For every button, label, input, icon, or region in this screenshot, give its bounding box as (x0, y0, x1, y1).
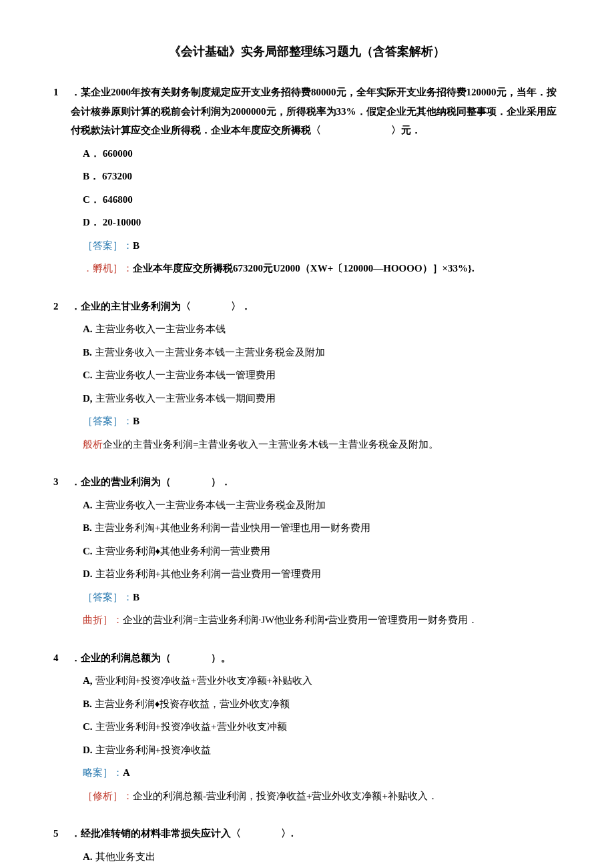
option-label: A. (83, 851, 93, 862)
analysis-text: 企业的营业利润=主营业务利润·JW他业务利润•营业费用一管理费用一财务费用． (123, 614, 478, 625)
question-number: 2 (53, 297, 71, 316)
option: A.主营业务收入一主营业务本钱 (83, 320, 561, 339)
answer-line: ［答案］：B (53, 236, 561, 256)
question-5: 5．经批准转销的材料非常损失应计入〈 〉.A.其他业务支出B.营业外支出 (53, 824, 561, 868)
analysis-text: 企业的主昔业务利润=主昔业务收入一主营业务木钱一主昔业务税金及附加。 (103, 439, 438, 450)
answer-value: B (133, 240, 139, 251)
question-text: ．企业的营业利润为（ ）． (71, 472, 561, 492)
option: B.主营业务利润♦投资存收益，营业外收支净额 (83, 695, 561, 714)
answer-label: ［答案］： (83, 592, 133, 602)
option: D.主营业务利涧+投资净收益 (83, 741, 561, 760)
option-text: 营业利润+投资净收益+营业外收支净额+补贴收入 (95, 675, 312, 686)
option-label: A. (83, 324, 93, 334)
option: C．646800 (83, 190, 561, 209)
question-text: ．企业的利润总额为（ ）。 (71, 648, 561, 668)
question-stem: 3．企业的营业利润为（ ）． (53, 472, 561, 492)
option: D.主苕业务利润+其他业务利润一营业费用一管理费用 (83, 564, 561, 584)
answer-label: ［答案］： (83, 240, 133, 251)
option-text: 主营业务利淘+其他业务利润一昔业快用一管理也用一财务费用 (95, 522, 370, 533)
option-label: C. (83, 370, 93, 380)
question-number: 5 (53, 824, 71, 843)
option: C.主营业务利润+投资净收益+营业外收支冲额 (83, 717, 561, 737)
option-text: 主营业务利润+投资净收益+营业外收支冲额 (95, 721, 287, 732)
option: A,营业利润+投资净收益+营业外收支净额+补贴收入 (83, 671, 561, 691)
question-stem: 2．企业的主甘业务利润为〈 〉． (53, 297, 561, 316)
option-label: B. (83, 699, 92, 709)
answer-line: 略案］：A (53, 763, 561, 783)
option-label: D． (83, 217, 100, 228)
option-label: B. (83, 522, 92, 533)
answer-label: ［答案］： (83, 416, 133, 426)
question-1: 1．某企业2000年按有关财务制度规定应开支业务招待费80000元，全年实际开支… (53, 83, 561, 278)
option: B．673200 (83, 167, 561, 186)
options-list: A．660000B．673200C．646800D．20-10000 (53, 144, 561, 232)
option-text: 673200 (102, 171, 132, 181)
question-number: 3 (53, 472, 71, 492)
option-text: 主营业务利润♦其他业务利润一营业费用 (95, 546, 271, 556)
option-text: 主营业务收入一主营业务本钱 (95, 324, 226, 334)
options-list: A,营业利润+投资净收益+营业外收支净额+补贴收入B.主营业务利润♦投资存收益，… (53, 671, 561, 759)
option: A.其他业务支出 (83, 847, 561, 867)
question-number: 4 (53, 648, 71, 668)
question-stem: 4．企业的利润总额为（ ）。 (53, 648, 561, 668)
answer-value: A (123, 767, 130, 778)
analysis-label: ．孵机］： (83, 263, 133, 274)
option-label: D, (83, 393, 93, 404)
option-label: A, (83, 675, 93, 686)
option-text: 646800 (103, 194, 133, 205)
answer-label: 略案］： (83, 767, 123, 778)
option-text: 主营业务收入一主营业务本钱一主营业务税金及附加 (95, 347, 325, 358)
question-4: 4．企业的利润总额为（ ）。A,营业利润+投资净收益+营业外收支净额+补贴收入B… (53, 648, 561, 806)
option-text: 主营业务利润♦投资存收益，营业外收支净额 (95, 699, 290, 709)
question-stem: 5．经批准转销的材料非常损失应计入〈 〉. (53, 824, 561, 843)
option-text: 主营业务收入一主营业务本钱一主营业务税金及附加 (95, 500, 326, 510)
question-2: 2．企业的主甘业务利润为〈 〉．A.主营业务收入一主营业务本钱B.主营业务收入一… (53, 297, 561, 454)
option-label: B. (83, 347, 92, 358)
analysis-line: ．孵机］：企业本年度应交所褥税673200元U2000（XW+〔120000—H… (53, 259, 561, 278)
question-stem: 1．某企业2000年按有关财务制度规定应开支业务招待费80000元，全年实际开支… (53, 83, 561, 140)
options-list: A.主营业务收入一主营业务本钱一主营业务税金及附加B.主营业务利淘+其他业务利润… (53, 496, 561, 584)
option: C.主营业务收人一主营业务本钱一管理费用 (83, 366, 561, 385)
answer-value: B (133, 592, 139, 602)
question-text: ．企业的主甘业务利润为〈 〉． (71, 297, 561, 316)
option: A．660000 (83, 144, 561, 163)
options-list: A.其他业务支出B.营业外支出 (53, 847, 561, 868)
option-text: 20-10000 (103, 217, 141, 228)
analysis-line: ［修析］：企业的利润总额-营业利润，投资净收益+营业外收支净额+补贴收入． (53, 787, 561, 806)
option-label: C. (83, 546, 93, 556)
question-text: ．经批准转销的材料非常损失应计入〈 〉. (71, 824, 561, 843)
answer-line: ［答案］：B (53, 412, 561, 431)
option: C.主营业务利润♦其他业务利润一营业费用 (83, 542, 561, 561)
option-text: 主营业务利涧+投资净收益 (95, 745, 211, 755)
option-text: 主苕业务利润+其他业务利润一营业费用一管理费用 (95, 568, 321, 579)
option: A.主营业务收入一主营业务本钱一主营业务税金及附加 (83, 496, 561, 515)
questions-container: 1．某企业2000年按有关财务制度规定应开支业务招待费80000元，全年实际开支… (53, 83, 561, 868)
option-label: D. (83, 745, 93, 755)
option: B.主营业务利淘+其他业务利润一昔业快用一管理也用一财务费用 (83, 518, 561, 538)
options-list: A.主营业务收入一主营业务本钱B.主营业务收入一主营业务本钱一主营业务税金及附加… (53, 320, 561, 408)
question-text: ．某企业2000年按有关财务制度规定应开支业务招待费80000元，全年实际开支业… (71, 83, 561, 140)
analysis-line: 般析企业的主昔业务利润=主昔业务收入一主营业务木钱一主昔业务税金及附加。 (53, 435, 561, 454)
analysis-label: 般析 (83, 439, 103, 450)
question-number: 1 (53, 83, 71, 140)
option-text: 660000 (103, 148, 133, 159)
answer-line: ［答案］：B (53, 588, 561, 607)
analysis-label: ［修析］： (83, 791, 133, 801)
option-label: C． (83, 194, 100, 205)
option-label: B． (83, 171, 99, 181)
analysis-line: 曲折］：企业的营业利润=主营业务利润·JW他业务利润•营业费用一管理费用一财务费… (53, 610, 561, 630)
analysis-text: 企业的利润总额-营业利润，投资净收益+营业外收支净额+补贴收入． (133, 791, 438, 801)
option-label: A. (83, 500, 93, 510)
option-label: C. (83, 721, 93, 732)
option-text: 其他业务支出 (95, 851, 156, 862)
option-text: 主营业务收人一主营业务本钱一管理费用 (95, 370, 276, 380)
answer-value: B (133, 416, 139, 426)
option: D,主营业务收入一主营业务本钱一期间费用 (83, 389, 561, 408)
option: D．20-10000 (83, 213, 561, 232)
analysis-label: 曲折］： (83, 614, 123, 625)
document-title: 《会计基础》实务局部整理练习题九（含答案解析） (53, 40, 561, 63)
question-3: 3．企业的营业利润为（ ）．A.主营业务收入一主营业务本钱一主营业务税金及附加B… (53, 472, 561, 630)
option-label: D. (83, 568, 93, 579)
option: B.主营业务收入一主营业务本钱一主营业务税金及附加 (83, 343, 561, 362)
option-text: 主营业务收入一主营业务本钱一期间费用 (95, 393, 276, 404)
